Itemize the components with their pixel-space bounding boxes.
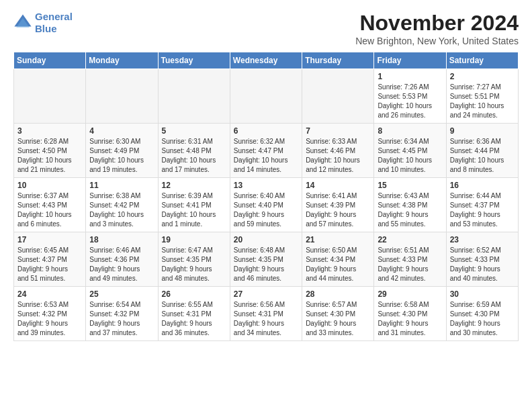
day-info: Sunrise: 6:51 AM Sunset: 4:33 PM Dayligh…: [378, 246, 442, 283]
day-info: Sunrise: 6:34 AM Sunset: 4:45 PM Dayligh…: [378, 137, 442, 175]
day-number: 12: [162, 181, 226, 190]
day-info: Sunrise: 6:36 AM Sunset: 4:44 PM Dayligh…: [450, 137, 515, 175]
calendar-header-saturday: Saturday: [446, 52, 518, 69]
day-info: Sunrise: 6:45 AM Sunset: 4:37 PM Dayligh…: [17, 246, 82, 283]
logo-text: General Blue: [35, 11, 73, 35]
day-info: Sunrise: 6:58 AM Sunset: 4:30 PM Dayligh…: [378, 300, 442, 338]
month-title: November 2024: [355, 11, 519, 36]
day-info: Sunrise: 6:30 AM Sunset: 4:49 PM Dayligh…: [89, 137, 154, 175]
calendar-cell: [302, 69, 374, 124]
calendar-cell: 24Sunrise: 6:53 AM Sunset: 4:32 PM Dayli…: [14, 287, 86, 341]
calendar-cell: 12Sunrise: 6:39 AM Sunset: 4:41 PM Dayli…: [158, 178, 230, 232]
location: New Brighton, New York, United States: [355, 36, 519, 46]
calendar-cell: 5Sunrise: 6:31 AM Sunset: 4:48 PM Daylig…: [158, 124, 230, 178]
calendar-week-2: 3Sunrise: 6:28 AM Sunset: 4:50 PM Daylig…: [14, 124, 519, 178]
day-number: 17: [17, 235, 82, 244]
day-number: 16: [450, 181, 515, 190]
day-number: 29: [378, 289, 442, 299]
day-number: 22: [378, 235, 442, 244]
calendar-cell: 16Sunrise: 6:44 AM Sunset: 4:37 PM Dayli…: [446, 178, 518, 232]
calendar-week-3: 10Sunrise: 6:37 AM Sunset: 4:43 PM Dayli…: [14, 178, 519, 232]
calendar-cell: 25Sunrise: 6:54 AM Sunset: 4:32 PM Dayli…: [86, 287, 158, 341]
page-header: General Blue November 2024 New Brighton,…: [13, 11, 519, 46]
day-number: 28: [306, 289, 370, 299]
calendar-cell: 28Sunrise: 6:57 AM Sunset: 4:30 PM Dayli…: [302, 287, 374, 341]
day-info: Sunrise: 6:48 AM Sunset: 4:35 PM Dayligh…: [234, 246, 298, 283]
calendar-cell: [14, 69, 86, 124]
calendar-header-thursday: Thursday: [302, 52, 374, 69]
calendar-cell: 20Sunrise: 6:48 AM Sunset: 4:35 PM Dayli…: [230, 232, 302, 287]
calendar-cell: 21Sunrise: 6:50 AM Sunset: 4:34 PM Dayli…: [302, 232, 374, 287]
calendar-cell: 15Sunrise: 6:43 AM Sunset: 4:38 PM Dayli…: [374, 178, 446, 232]
day-number: 7: [306, 126, 370, 136]
calendar-header-friday: Friday: [374, 52, 446, 69]
calendar-cell: 11Sunrise: 6:38 AM Sunset: 4:42 PM Dayli…: [86, 178, 158, 232]
day-number: 25: [89, 289, 154, 299]
day-number: 20: [234, 235, 298, 244]
calendar-cell: 18Sunrise: 6:46 AM Sunset: 4:36 PM Dayli…: [86, 232, 158, 287]
calendar-cell: 6Sunrise: 6:32 AM Sunset: 4:47 PM Daylig…: [230, 124, 302, 178]
calendar-cell: 4Sunrise: 6:30 AM Sunset: 4:49 PM Daylig…: [86, 124, 158, 178]
calendar-header-wednesday: Wednesday: [230, 52, 302, 69]
calendar-cell: 10Sunrise: 6:37 AM Sunset: 4:43 PM Dayli…: [14, 178, 86, 232]
logo-line1: General: [35, 11, 73, 22]
day-info: Sunrise: 6:41 AM Sunset: 4:39 PM Dayligh…: [306, 191, 370, 229]
day-info: Sunrise: 6:57 AM Sunset: 4:30 PM Dayligh…: [306, 300, 370, 338]
calendar-cell: [158, 69, 230, 124]
day-number: 9: [450, 126, 515, 136]
calendar-cell: 7Sunrise: 6:33 AM Sunset: 4:46 PM Daylig…: [302, 124, 374, 178]
day-info: Sunrise: 7:26 AM Sunset: 5:53 PM Dayligh…: [378, 83, 442, 120]
day-number: 6: [234, 126, 298, 136]
day-info: Sunrise: 6:46 AM Sunset: 4:36 PM Dayligh…: [89, 246, 154, 283]
calendar-cell: 30Sunrise: 6:59 AM Sunset: 4:30 PM Dayli…: [446, 287, 518, 341]
day-info: Sunrise: 6:47 AM Sunset: 4:35 PM Dayligh…: [162, 246, 226, 283]
calendar-cell: 9Sunrise: 6:36 AM Sunset: 4:44 PM Daylig…: [446, 124, 518, 178]
day-number: 18: [89, 235, 154, 244]
day-number: 10: [17, 181, 82, 190]
day-info: Sunrise: 6:52 AM Sunset: 4:33 PM Dayligh…: [450, 246, 515, 283]
day-number: 27: [234, 289, 298, 299]
day-info: Sunrise: 6:32 AM Sunset: 4:47 PM Dayligh…: [234, 137, 298, 175]
day-info: Sunrise: 6:39 AM Sunset: 4:41 PM Dayligh…: [162, 191, 226, 229]
calendar-cell: 26Sunrise: 6:55 AM Sunset: 4:31 PM Dayli…: [158, 287, 230, 341]
day-info: Sunrise: 6:50 AM Sunset: 4:34 PM Dayligh…: [306, 246, 370, 283]
day-number: 1: [378, 72, 442, 81]
calendar-header-monday: Monday: [86, 52, 158, 69]
day-info: Sunrise: 6:40 AM Sunset: 4:40 PM Dayligh…: [234, 191, 298, 229]
calendar-cell: 23Sunrise: 6:52 AM Sunset: 4:33 PM Dayli…: [446, 232, 518, 287]
day-info: Sunrise: 6:33 AM Sunset: 4:46 PM Dayligh…: [306, 137, 370, 175]
day-info: Sunrise: 6:43 AM Sunset: 4:38 PM Dayligh…: [378, 191, 442, 229]
title-block: November 2024 New Brighton, New York, Un…: [355, 11, 519, 46]
day-number: 14: [306, 181, 370, 190]
day-info: Sunrise: 6:55 AM Sunset: 4:31 PM Dayligh…: [162, 300, 226, 338]
day-number: 13: [234, 181, 298, 190]
day-number: 3: [17, 126, 82, 136]
calendar-week-4: 17Sunrise: 6:45 AM Sunset: 4:37 PM Dayli…: [14, 232, 519, 287]
calendar-cell: 19Sunrise: 6:47 AM Sunset: 4:35 PM Dayli…: [158, 232, 230, 287]
day-number: 30: [450, 289, 515, 299]
day-number: 5: [162, 126, 226, 136]
day-info: Sunrise: 6:59 AM Sunset: 4:30 PM Dayligh…: [450, 300, 515, 338]
calendar-cell: 8Sunrise: 6:34 AM Sunset: 4:45 PM Daylig…: [374, 124, 446, 178]
day-info: Sunrise: 6:53 AM Sunset: 4:32 PM Dayligh…: [17, 300, 82, 338]
day-number: 4: [89, 126, 154, 136]
logo-line2: Blue: [35, 23, 57, 34]
calendar-header-sunday: Sunday: [14, 52, 86, 69]
day-number: 15: [378, 181, 442, 190]
logo-icon: [13, 13, 32, 32]
calendar-cell: 17Sunrise: 6:45 AM Sunset: 4:37 PM Dayli…: [14, 232, 86, 287]
day-info: Sunrise: 6:31 AM Sunset: 4:48 PM Dayligh…: [162, 137, 226, 175]
calendar-cell: 1Sunrise: 7:26 AM Sunset: 5:53 PM Daylig…: [374, 69, 446, 124]
day-number: 26: [162, 289, 226, 299]
day-info: Sunrise: 6:56 AM Sunset: 4:31 PM Dayligh…: [234, 300, 298, 338]
day-number: 2: [450, 72, 515, 81]
calendar-cell: 2Sunrise: 7:27 AM Sunset: 5:51 PM Daylig…: [446, 69, 518, 124]
calendar-week-5: 24Sunrise: 6:53 AM Sunset: 4:32 PM Dayli…: [14, 287, 519, 341]
day-number: 24: [17, 289, 82, 299]
calendar-header-row: SundayMondayTuesdayWednesdayThursdayFrid…: [14, 52, 519, 69]
calendar-table: SundayMondayTuesdayWednesdayThursdayFrid…: [13, 52, 519, 341]
day-number: 11: [89, 181, 154, 190]
calendar-cell: 13Sunrise: 6:40 AM Sunset: 4:40 PM Dayli…: [230, 178, 302, 232]
calendar-cell: 22Sunrise: 6:51 AM Sunset: 4:33 PM Dayli…: [374, 232, 446, 287]
day-info: Sunrise: 7:27 AM Sunset: 5:51 PM Dayligh…: [450, 83, 515, 120]
